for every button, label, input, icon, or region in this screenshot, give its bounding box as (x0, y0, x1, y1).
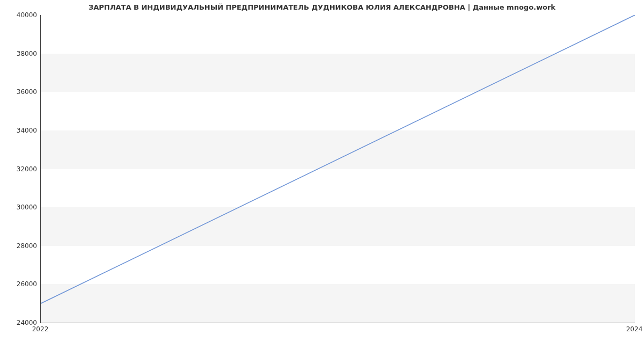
chart-container: ЗАРПЛАТА В ИНДИВИДУАЛЬНЫЙ ПРЕДПРИНИМАТЕЛ… (0, 0, 644, 349)
x-tick-label: 2024 (626, 325, 643, 333)
y-tick-label: 40000 (0, 11, 40, 19)
x-tick-label: 2022 (32, 325, 49, 333)
plot-area (40, 15, 635, 323)
y-tick-label: 34000 (0, 127, 40, 134)
y-tick-label: 38000 (0, 50, 40, 57)
series-line (41, 15, 635, 303)
chart-title: ЗАРПЛАТА В ИНДИВИДУАЛЬНЫЙ ПРЕДПРИНИМАТЕЛ… (0, 3, 644, 11)
y-tick-label: 28000 (0, 242, 40, 250)
y-tick-label: 30000 (0, 203, 40, 211)
y-tick-label: 36000 (0, 88, 40, 96)
line-series (41, 15, 635, 323)
y-tick-label: 26000 (0, 280, 40, 288)
y-tick-label: 32000 (0, 165, 40, 173)
